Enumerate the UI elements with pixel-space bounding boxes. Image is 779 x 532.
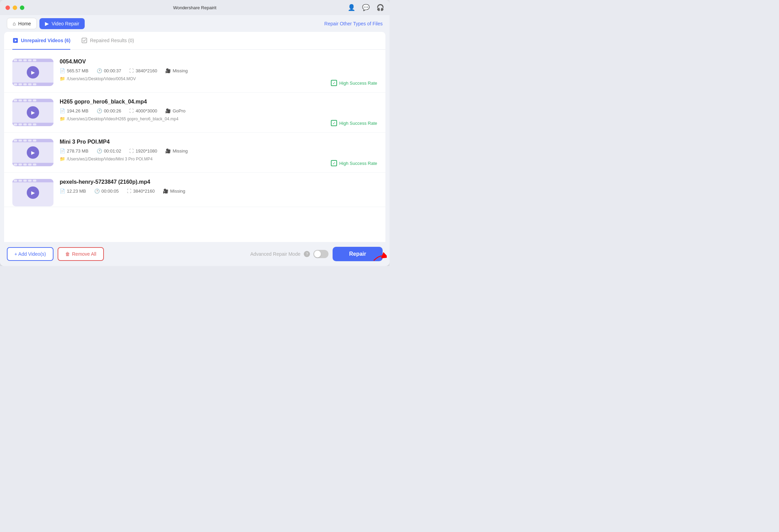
film-hole	[14, 83, 17, 85]
video-camera-4: 🎥 Missing	[163, 189, 185, 194]
repair-other-link[interactable]: Repair Other Types of Files	[324, 21, 383, 26]
advanced-mode-toggle[interactable]	[313, 250, 328, 258]
play-button-2[interactable]: ▶	[27, 106, 39, 119]
film-strip-bottom-1	[12, 83, 53, 86]
video-duration-2: 🕐 00:00:26	[97, 108, 121, 113]
video-resolution-4: ⛶ 3840*2160	[127, 189, 155, 194]
svg-rect-2	[82, 38, 87, 43]
navbar: ⌂ Home ▶ Video Repair Repair Other Types…	[0, 15, 389, 32]
high-success-2: ✓ High Success Rate	[331, 120, 377, 126]
high-success-1: ✓ High Success Rate	[331, 80, 377, 86]
video-meta-1: 📄 565.57 MB 🕐 00:00:37 ⛶ 3840*2160 �	[60, 68, 377, 73]
main-content: Unrepaired Videos (6) Repaired Results (…	[4, 32, 385, 242]
video-resolution-2: ⛶ 4000*3000	[129, 108, 157, 113]
film-strip-bottom-2	[12, 123, 53, 126]
clock-icon-3: 🕐	[97, 148, 102, 154]
video-list: ▶ 0054.MOV 📄 565.57 MB	[4, 50, 385, 242]
film-hole	[23, 59, 27, 61]
chat-icon[interactable]: 💬	[362, 4, 370, 11]
folder-icon-2: 📁	[60, 116, 65, 121]
video-item-3: ▶ Mini 3 Pro POI.MP4 📄 278.73 MB	[4, 133, 385, 173]
film-strip-bottom-3	[12, 163, 53, 166]
film-hole	[23, 123, 27, 125]
resolution-icon-2: ⛶	[129, 108, 134, 113]
camera-icon-3: 🎥	[165, 148, 171, 154]
film-hole	[14, 123, 17, 125]
film-hole	[28, 99, 32, 101]
video-item-1: ▶ 0054.MOV 📄 565.57 MB	[4, 52, 385, 93]
folder-icon-3: 📁	[60, 156, 65, 161]
video-size-1: 📄 565.57 MB	[60, 68, 88, 73]
video-meta-2: 📄 194.26 MB 🕐 00:00:26 ⛶ 4000*3000 �	[60, 108, 377, 113]
minimize-button[interactable]	[13, 5, 17, 10]
play-button-3[interactable]: ▶	[27, 146, 39, 159]
toggle-knob	[314, 251, 321, 257]
video-duration-1: 🕐 00:00:37	[97, 68, 121, 73]
film-hole	[28, 83, 32, 85]
file-icon-4: 📄	[60, 189, 65, 194]
film-hole	[28, 140, 32, 142]
close-button[interactable]	[5, 5, 10, 10]
resolution-icon-4: ⛶	[127, 189, 131, 194]
tab-unrepaired[interactable]: Unrepaired Videos (6)	[12, 32, 70, 50]
remove-all-label: Remove All	[72, 251, 96, 257]
home-button[interactable]: ⌂ Home	[7, 18, 37, 29]
film-hole	[33, 59, 36, 61]
headphone-icon[interactable]: 🎧	[376, 4, 384, 11]
add-video-button[interactable]: + Add Video(s)	[7, 247, 53, 261]
video-repair-button[interactable]: ▶ Video Repair	[39, 18, 85, 29]
maximize-button[interactable]	[20, 5, 24, 10]
film-hole	[33, 140, 36, 142]
titlebar: Wondershare Repairit 👤 💬 🎧	[0, 0, 389, 15]
repaired-tab-icon	[81, 37, 87, 44]
video-item-2: ▶ H265 gopro_hero6_black_04.mp4 📄	[4, 93, 385, 133]
nav-left: ⌂ Home ▶ Video Repair	[7, 18, 85, 29]
film-hole	[19, 83, 22, 85]
film-hole	[14, 59, 17, 61]
video-camera-3: 🎥 Missing	[165, 148, 188, 154]
app-window: Wondershare Repairit 👤 💬 🎧 ⌂ Home ▶ Vide…	[0, 0, 389, 266]
advanced-mode-section: Advanced Repair Mode ?	[250, 250, 328, 258]
video-name-2: H265 gopro_hero6_black_04.mp4	[60, 99, 377, 105]
repaired-tab-label: Repaired Results (0)	[90, 38, 134, 43]
tab-repaired[interactable]: Repaired Results (0)	[81, 32, 134, 50]
info-icon: ?	[304, 251, 310, 257]
clock-icon-4: 🕐	[94, 189, 100, 194]
film-hole	[14, 99, 17, 101]
film-hole	[28, 180, 32, 182]
video-resolution-1: ⛶ 3840*2160	[129, 68, 157, 73]
camera-icon-2: 🎥	[165, 108, 171, 113]
profile-icon[interactable]: 👤	[348, 4, 355, 11]
film-hole	[19, 99, 22, 101]
svg-line-4	[84, 39, 86, 41]
film-hole	[33, 83, 36, 85]
clock-icon-1: 🕐	[97, 68, 102, 73]
play-button-4[interactable]: ▶	[27, 186, 39, 199]
advanced-mode-label: Advanced Repair Mode	[250, 251, 300, 257]
film-hole	[23, 140, 27, 142]
success-icon-1: ✓	[331, 80, 337, 86]
film-strip-top-2	[12, 99, 53, 102]
film-hole	[14, 180, 17, 182]
trash-icon: 🗑	[65, 251, 70, 257]
resolution-icon-1: ⛶	[129, 68, 134, 73]
home-label: Home	[18, 21, 31, 26]
camera-icon-1: 🎥	[165, 68, 171, 73]
film-hole	[23, 180, 27, 182]
film-strip-top-3	[12, 139, 53, 142]
video-info-4: pexels-henry-5723847 (2160p).mp4 📄 12.23…	[60, 179, 377, 196]
film-hole	[19, 123, 22, 125]
resolution-icon-3: ⛶	[129, 148, 134, 154]
video-info-2: H265 gopro_hero6_black_04.mp4 📄 194.26 M…	[60, 99, 377, 121]
play-button-1[interactable]: ▶	[27, 66, 39, 78]
titlebar-icons: 👤 💬 🎧	[348, 4, 384, 11]
app-title: Wondershare Repairit	[173, 5, 216, 10]
video-path-3: 📁 /Users/ws1/Desktop/Video/Mini 3 Pro PO…	[60, 156, 377, 161]
high-success-3: ✓ High Success Rate	[331, 160, 377, 166]
video-icon: ▶	[45, 21, 49, 27]
remove-all-button[interactable]: 🗑 Remove All	[58, 247, 104, 261]
unrepaired-tab-label: Unrepaired Videos (6)	[21, 38, 70, 43]
film-hole	[19, 140, 22, 142]
camera-icon-4: 🎥	[163, 189, 168, 194]
video-size-4: 📄 12.23 MB	[60, 189, 86, 194]
